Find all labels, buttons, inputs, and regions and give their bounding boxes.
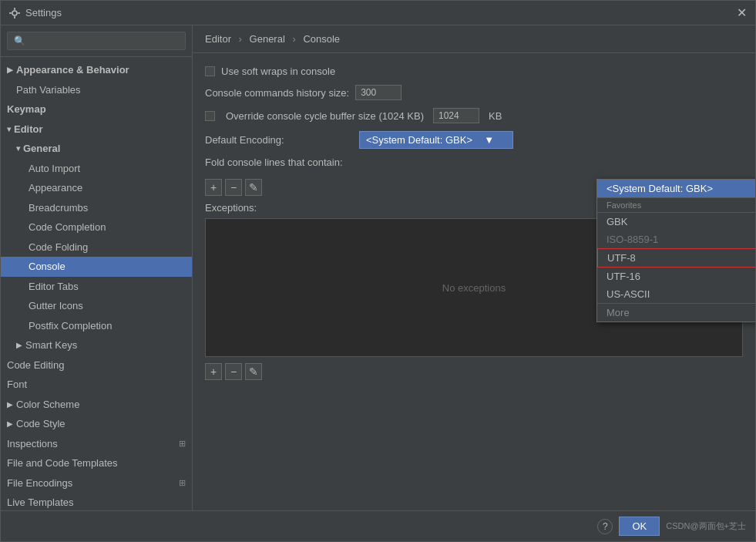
sidebar-item-appearance-behavior[interactable]: ▶ Appearance & Behavior xyxy=(1,60,192,80)
sidebar-item-label: Auto Import xyxy=(29,161,186,177)
sidebar-item-label: Editor Tabs xyxy=(29,279,186,295)
breadcrumb-sep2: › xyxy=(292,33,295,45)
sidebar-item-label: Code Folding xyxy=(29,240,186,255)
svg-rect-1 xyxy=(14,8,15,10)
sidebar-item-inspections[interactable]: Inspections ⊞ xyxy=(1,434,192,454)
dropdown-item-gbk[interactable]: GBK xyxy=(597,213,755,231)
sidebar-item-label: Code Style xyxy=(16,416,186,432)
sidebar-item-code-style[interactable]: ▶ Code Style xyxy=(1,414,192,434)
search-input[interactable] xyxy=(7,32,186,50)
expand-arrow: ▶ xyxy=(7,418,13,429)
sidebar-item-label: Appearance & Behavior xyxy=(16,62,186,78)
encoding-dropdown-container: <System Default: GBK> ▼ xyxy=(359,131,513,149)
sidebar-item-console[interactable]: Console xyxy=(1,257,192,277)
override-checkbox[interactable] xyxy=(205,111,215,121)
sidebar-item-label: Appearance xyxy=(29,180,186,196)
svg-rect-3 xyxy=(9,12,12,14)
encoding-label: Default Encoding: xyxy=(205,134,359,146)
sidebar-item-smart-keys[interactable]: ▶ Smart Keys xyxy=(1,335,192,355)
expand-arrow: ▶ xyxy=(7,399,13,410)
sidebar-item-label: Editor xyxy=(14,122,186,137)
override-row: Override console cycle buffer size (1024… xyxy=(205,108,743,123)
main-panel: Editor › General › Console Use soft wrap… xyxy=(193,25,755,510)
settings-window: Settings ✕ ▶ Appearance & Behavior Path … xyxy=(0,0,756,542)
sidebar-item-auto-import[interactable]: Auto Import xyxy=(1,159,192,179)
remove-exception-button[interactable]: − xyxy=(225,363,242,380)
close-button[interactable]: ✕ xyxy=(735,7,748,19)
sidebar-item-color-scheme[interactable]: ▶ Color Scheme xyxy=(1,395,192,415)
file-encodings-badge: ⊞ xyxy=(179,476,186,490)
svg-rect-2 xyxy=(14,16,15,19)
override-input[interactable] xyxy=(433,108,479,123)
edit-fold-button[interactable]: ✎ xyxy=(245,179,262,196)
sidebar-item-general[interactable]: ▾ General xyxy=(1,139,192,159)
sidebar-item-code-completion[interactable]: Code Completion xyxy=(1,217,192,237)
encoding-dropdown[interactable]: <System Default: GBK> ▼ xyxy=(359,131,513,149)
edit-exception-button[interactable]: ✎ xyxy=(245,363,262,380)
dropdown-item-us-ascii[interactable]: US-ASCII xyxy=(597,285,755,303)
soft-wraps-label: Use soft wraps in console xyxy=(221,66,335,77)
expand-arrow: ▶ xyxy=(7,64,13,76)
sidebar-item-label: Smart Keys xyxy=(25,338,186,353)
remove-fold-button[interactable]: − xyxy=(225,179,242,196)
sidebar-item-label: Breadcrumbs xyxy=(29,200,186,216)
sidebar-item-path-variables[interactable]: Path Variables xyxy=(1,80,192,100)
unit-label: KB xyxy=(489,110,502,122)
soft-wraps-checkbox[interactable] xyxy=(205,66,215,76)
dropdown-item-utf8[interactable]: UTF-8 xyxy=(597,248,755,268)
sidebar-item-editor-tabs[interactable]: Editor Tabs xyxy=(1,277,192,297)
exceptions-action-buttons: + − ✎ xyxy=(205,363,743,380)
dropdown-item-utf16[interactable]: UTF-16 xyxy=(597,268,755,285)
sidebar-item-label: Postfix Completion xyxy=(29,318,186,334)
history-size-input[interactable] xyxy=(355,85,402,100)
svg-point-0 xyxy=(12,11,17,15)
sidebar-item-breadcrumbs[interactable]: Breadcrumbs xyxy=(1,198,192,218)
sidebar-item-label: Code Editing xyxy=(7,358,186,373)
ok-button[interactable]: OK xyxy=(619,517,660,536)
sidebar-item-label: Path Variables xyxy=(16,82,186,98)
sidebar-item-gutter-icons[interactable]: Gutter Icons xyxy=(1,296,192,316)
expand-arrow: ▾ xyxy=(16,143,20,154)
sidebar-item-font[interactable]: Font xyxy=(1,375,192,395)
encoding-value: <System Default: GBK> xyxy=(366,134,472,146)
dropdown-item-system-default[interactable]: <System Default: GBK> xyxy=(597,180,755,197)
help-button[interactable]: ? xyxy=(597,519,613,534)
fold-label: Fold console lines that contain: xyxy=(205,157,743,168)
expand-arrow: ▾ xyxy=(7,123,11,135)
sidebar-item-code-folding[interactable]: Code Folding xyxy=(1,237,192,258)
sidebar-item-label: Inspections xyxy=(7,436,179,452)
sidebar-item-label: Live Templates xyxy=(7,495,186,510)
sidebar-item-postfix-completion[interactable]: Postfix Completion xyxy=(1,316,192,336)
sidebar-item-label: File and Code Templates xyxy=(7,456,186,471)
sidebar-item-file-code-templates[interactable]: File and Code Templates xyxy=(1,453,192,473)
sidebar: ▶ Appearance & Behavior Path Variables K… xyxy=(1,25,193,510)
sidebar-item-keymap[interactable]: Keymap xyxy=(1,99,192,120)
svg-rect-4 xyxy=(18,12,20,14)
dropdown-item-iso[interactable]: ISO-8859-1 xyxy=(597,231,755,248)
sidebar-item-label: Code Completion xyxy=(29,220,186,235)
search-box xyxy=(1,25,192,57)
breadcrumb-sep1: › xyxy=(239,33,242,45)
sidebar-item-label: Keymap xyxy=(7,102,186,117)
override-label: Override console cycle buffer size (1024… xyxy=(226,110,424,122)
sidebar-item-live-templates[interactable]: Live Templates xyxy=(1,493,192,510)
encoding-dropdown-popup: <System Default: GBK> Favorites GBK ISO-… xyxy=(596,179,755,322)
sidebar-item-label: General xyxy=(23,141,186,157)
breadcrumb-editor: Editor xyxy=(205,33,231,45)
breadcrumb-general: General xyxy=(250,33,285,45)
watermark: CSDN@两面包+芝士 xyxy=(666,520,746,532)
sidebar-item-file-encodings[interactable]: File Encodings ⊞ xyxy=(1,473,192,493)
history-size-row: Console commands history size: xyxy=(205,85,743,100)
settings-icon xyxy=(8,7,21,19)
add-fold-button[interactable]: + xyxy=(205,179,222,196)
bottom-bar: ? OK CSDN@两面包+芝士 xyxy=(1,510,755,541)
inspections-badge: ⊞ xyxy=(179,437,186,450)
sidebar-item-editor[interactable]: ▾ Editor xyxy=(1,120,192,140)
add-exception-button[interactable]: + xyxy=(205,363,222,380)
sidebar-tree: ▶ Appearance & Behavior Path Variables K… xyxy=(1,57,192,510)
sidebar-item-label: File Encodings xyxy=(7,476,179,491)
sidebar-item-code-editing[interactable]: Code Editing xyxy=(1,355,192,375)
dropdown-item-more[interactable]: More xyxy=(597,303,755,321)
sidebar-item-label: Color Scheme xyxy=(16,397,186,412)
sidebar-item-appearance[interactable]: Appearance xyxy=(1,178,192,198)
